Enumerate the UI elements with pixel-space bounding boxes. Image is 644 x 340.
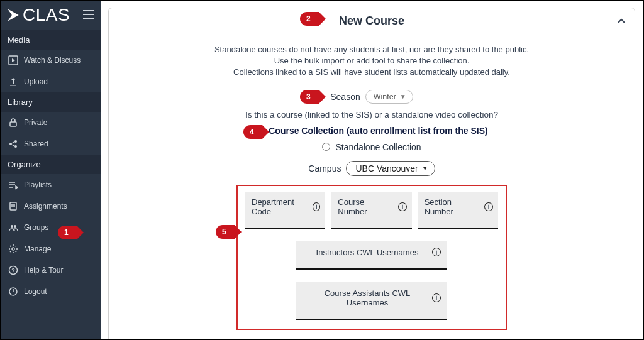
share-icon <box>8 138 19 150</box>
radio-standalone-collection[interactable] <box>322 143 330 151</box>
play-triangle-icon <box>5 7 21 23</box>
sidebar-section-library: Library <box>1 92 101 112</box>
svg-point-4 <box>14 145 17 148</box>
groups-icon <box>8 222 19 233</box>
season-select[interactable]: Winter ▼ <box>365 90 413 104</box>
sidebar-item-manage[interactable]: Manage <box>1 238 101 260</box>
course-number-label: Course Number <box>338 197 394 216</box>
course-number-input[interactable]: Course Number i <box>331 192 411 229</box>
svg-text:?: ? <box>11 267 15 273</box>
svg-rect-5 <box>10 202 16 210</box>
info-icon[interactable]: i <box>313 202 321 211</box>
assignment-icon <box>8 200 19 212</box>
callout-5: 5 <box>216 225 235 239</box>
info-icon[interactable]: i <box>432 293 441 302</box>
svg-point-7 <box>14 225 16 228</box>
sidebar: CLAS Media Watch & Discuss Upload Librar… <box>1 1 101 339</box>
lock-icon <box>8 117 19 128</box>
hint-text: Standalone courses do not have any stude… <box>109 34 635 82</box>
sidebar-item-playlists[interactable]: Playlists <box>1 174 101 195</box>
card-title: New Course <box>339 14 404 28</box>
sidebar-item-label: Shared <box>24 140 48 148</box>
sidebar-section-media: Media <box>1 30 101 50</box>
sidebar-item-label: Private <box>24 118 47 127</box>
radio-standalone-label: Standalone Collection <box>335 142 421 152</box>
sidebar-item-watch[interactable]: Watch & Discuss <box>1 50 101 71</box>
campus-value: UBC Vancouver <box>355 163 418 173</box>
logout-icon <box>8 286 19 297</box>
dept-code-label: Department Code <box>252 197 309 216</box>
sidebar-item-private[interactable]: Private <box>1 112 101 133</box>
campus-select[interactable]: UBC Vancouver ▼ <box>346 161 435 176</box>
sidebar-item-upload[interactable]: Upload <box>1 71 101 92</box>
main-panel: 2 New Course Standalone courses do not h… <box>101 1 643 339</box>
logo: CLAS <box>5 5 70 25</box>
sidebar-item-shared[interactable]: Shared <box>1 133 101 155</box>
upload-icon <box>8 76 19 87</box>
collapse-icon[interactable] <box>617 17 626 28</box>
sidebar-section-organize: Organize <box>1 155 101 174</box>
course-fields-box: Department Code i Course Number i Sectio… <box>236 185 507 330</box>
section-number-input[interactable]: Section Number i <box>418 192 498 229</box>
help-icon: ? <box>8 265 19 276</box>
instructors-input[interactable]: Instructors CWL Usernames i <box>296 241 447 270</box>
sidebar-item-label: Groups <box>24 223 48 232</box>
hamburger-icon[interactable] <box>83 10 94 21</box>
chevron-down-icon: ▼ <box>422 165 428 172</box>
sidebar-item-assignments[interactable]: Assignments <box>1 195 101 217</box>
callout-4: 4 <box>243 125 262 139</box>
sidebar-item-label: Watch & Discuss <box>24 56 80 65</box>
season-label: Season <box>330 92 360 102</box>
callout-1: 1 <box>58 226 77 239</box>
play-box-icon <box>8 55 19 66</box>
sidebar-item-label: Logout <box>24 287 47 296</box>
info-icon[interactable]: i <box>398 202 407 211</box>
svg-rect-1 <box>10 122 16 126</box>
radio-course-label: Course Collection (auto enrollment list … <box>269 126 487 136</box>
assistants-input[interactable]: Course Assistants CWL Usernames i <box>296 282 447 320</box>
collection-type-question: Is this a course (linked to the SIS) or … <box>109 110 635 119</box>
sidebar-item-groups[interactable]: Groups <box>1 217 101 238</box>
instructors-label: Instructors CWL Usernames <box>303 248 432 257</box>
svg-point-3 <box>14 140 17 143</box>
season-value: Winter <box>374 92 396 101</box>
sidebar-item-help[interactable]: ? Help & Tour <box>1 260 101 281</box>
gear-icon <box>8 243 19 255</box>
sidebar-item-label: Help & Tour <box>24 266 63 275</box>
new-course-card: 2 New Course Standalone courses do not h… <box>108 8 635 339</box>
svg-point-8 <box>12 248 14 250</box>
sidebar-item-label: Manage <box>24 244 51 253</box>
callout-3: 3 <box>300 90 319 104</box>
playlist-icon <box>8 179 19 190</box>
svg-point-6 <box>11 225 13 228</box>
campus-label: Campus <box>308 163 341 173</box>
section-number-label: Section Number <box>425 197 481 216</box>
assistants-label: Course Assistants CWL Usernames <box>303 288 432 307</box>
dept-code-input[interactable]: Department Code i <box>245 192 325 229</box>
sidebar-item-label: Playlists <box>24 180 52 189</box>
info-icon[interactable]: i <box>484 202 493 211</box>
chevron-down-icon: ▼ <box>400 93 406 100</box>
info-icon[interactable]: i <box>432 248 441 256</box>
sidebar-item-label: Upload <box>24 77 48 86</box>
sidebar-item-label: Assignments <box>24 202 67 211</box>
callout-2: 2 <box>300 12 319 26</box>
sidebar-item-logout[interactable]: Logout <box>1 281 101 302</box>
